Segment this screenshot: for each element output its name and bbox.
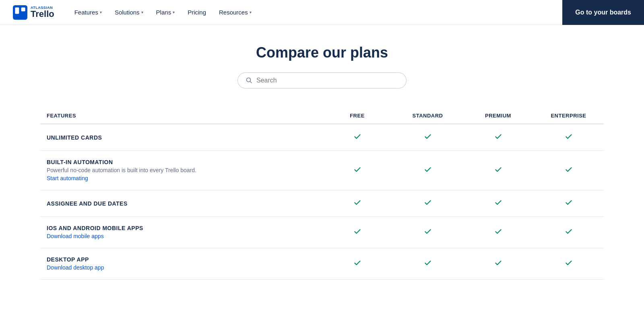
nav-pricing[interactable]: Pricing	[182, 6, 212, 19]
check-standard	[392, 190, 463, 217]
col-header-premium: PREMIUM	[463, 108, 533, 124]
checkmark-icon	[494, 260, 502, 268]
nav-plans[interactable]: Plans ▾	[151, 6, 181, 19]
nav-solutions-label: Solutions	[115, 9, 140, 16]
feature-link[interactable]: Download mobile apps	[47, 233, 104, 239]
checkmark-icon	[353, 200, 361, 208]
check-standard	[392, 217, 463, 248]
feature-name: IOS AND ANDROID MOBILE APPS	[47, 225, 316, 231]
feature-name: BUILT-IN AUTOMATION	[47, 159, 316, 165]
checkmark-icon	[353, 260, 361, 268]
checkmark-icon	[494, 134, 502, 142]
check-free	[322, 248, 392, 280]
feature-cell: ASSIGNEE AND DUE DATES	[40, 190, 322, 217]
feature-link[interactable]: Start automating	[47, 175, 88, 181]
checkmark-icon	[494, 167, 502, 175]
feature-cell: DESKTOP APPDownload desktop app	[40, 248, 322, 280]
nav-resources[interactable]: Resources ▾	[213, 6, 257, 19]
check-free	[322, 190, 392, 217]
col-header-standard: STANDARD	[392, 108, 463, 124]
checkmark-icon	[353, 134, 361, 142]
go-to-boards-button[interactable]: Go to your boards	[562, 0, 644, 25]
check-free	[322, 217, 392, 248]
site-header: ATLASSIAN Trello Features ▾ Solutions ▾ …	[0, 0, 644, 25]
table-row: IOS AND ANDROID MOBILE APPSDownload mobi…	[40, 217, 604, 248]
features-chevron-icon: ▾	[100, 10, 102, 14]
nav-resources-label: Resources	[219, 9, 248, 16]
svg-line-4	[250, 82, 252, 83]
search-icon	[246, 77, 252, 84]
logo-text: ATLASSIAN Trello	[31, 6, 54, 19]
comparison-table: FEATURES FREE STANDARD PREMIUM ENTERPRIS…	[40, 108, 604, 280]
feature-cell: BUILT-IN AUTOMATIONPowerful no-code auto…	[40, 151, 322, 190]
check-premium	[463, 248, 533, 280]
check-standard	[392, 248, 463, 280]
checkmark-icon	[565, 229, 573, 237]
checkmark-icon	[424, 167, 432, 175]
col-header-free: FREE	[322, 108, 392, 124]
table-header: FEATURES FREE STANDARD PREMIUM ENTERPRIS…	[40, 108, 604, 124]
check-enterprise	[533, 248, 604, 280]
check-premium	[463, 124, 533, 151]
trello-logo-icon	[13, 5, 27, 20]
feature-cell: UNLIMITED CARDS	[40, 124, 322, 151]
check-premium	[463, 151, 533, 190]
col-header-features: FEATURES	[40, 108, 322, 124]
resources-chevron-icon: ▾	[250, 10, 252, 14]
check-standard	[392, 151, 463, 190]
checkmark-icon	[494, 229, 502, 237]
search-box	[237, 72, 407, 89]
main-content: Compare our plans FEATURES FREE STANDARD…	[0, 25, 644, 315]
checkmark-icon	[565, 134, 573, 142]
nav-features[interactable]: Features ▾	[69, 6, 107, 19]
checkmark-icon	[424, 260, 432, 268]
check-enterprise	[533, 190, 604, 217]
checkmark-icon	[494, 200, 502, 208]
table-row: ASSIGNEE AND DUE DATES	[40, 190, 604, 217]
search-container	[32, 72, 612, 89]
nav-plans-label: Plans	[156, 9, 171, 16]
feature-name: DESKTOP APP	[47, 256, 316, 263]
col-header-enterprise: ENTERPRISE	[533, 108, 604, 124]
plans-chevron-icon: ▾	[173, 10, 175, 14]
search-input[interactable]	[256, 77, 398, 84]
checkmark-icon	[565, 200, 573, 208]
nav-solutions[interactable]: Solutions ▾	[109, 6, 149, 19]
check-standard	[392, 124, 463, 151]
feature-link[interactable]: Download desktop app	[47, 264, 104, 271]
nav-features-label: Features	[74, 9, 98, 16]
check-premium	[463, 190, 533, 217]
checkmark-icon	[353, 167, 361, 175]
table-row: DESKTOP APPDownload desktop app	[40, 248, 604, 280]
checkmark-icon	[424, 134, 432, 142]
check-free	[322, 151, 392, 190]
feature-cell: IOS AND ANDROID MOBILE APPSDownload mobi…	[40, 217, 322, 248]
feature-name: ASSIGNEE AND DUE DATES	[47, 200, 316, 207]
check-enterprise	[533, 151, 604, 190]
check-premium	[463, 217, 533, 248]
table-row: BUILT-IN AUTOMATIONPowerful no-code auto…	[40, 151, 604, 190]
checkmark-icon	[353, 229, 361, 237]
table-row: UNLIMITED CARDS	[40, 124, 604, 151]
feature-description: Powerful no-code automation is built int…	[47, 167, 316, 173]
svg-rect-1	[15, 7, 19, 14]
page-title: Compare our plans	[32, 44, 612, 61]
main-nav: Features ▾ Solutions ▾ Plans ▾ Pricing R…	[69, 6, 631, 19]
check-enterprise	[533, 124, 604, 151]
svg-rect-2	[21, 7, 25, 11]
check-enterprise	[533, 217, 604, 248]
feature-name: UNLIMITED CARDS	[47, 134, 316, 141]
checkmark-icon	[424, 200, 432, 208]
check-free	[322, 124, 392, 151]
checkmark-icon	[565, 260, 573, 268]
checkmark-icon	[565, 167, 573, 175]
solutions-chevron-icon: ▾	[141, 10, 143, 14]
logo-link[interactable]: ATLASSIAN Trello	[13, 5, 54, 20]
checkmark-icon	[424, 229, 432, 237]
nav-pricing-label: Pricing	[188, 9, 206, 16]
trello-label: Trello	[31, 10, 54, 19]
